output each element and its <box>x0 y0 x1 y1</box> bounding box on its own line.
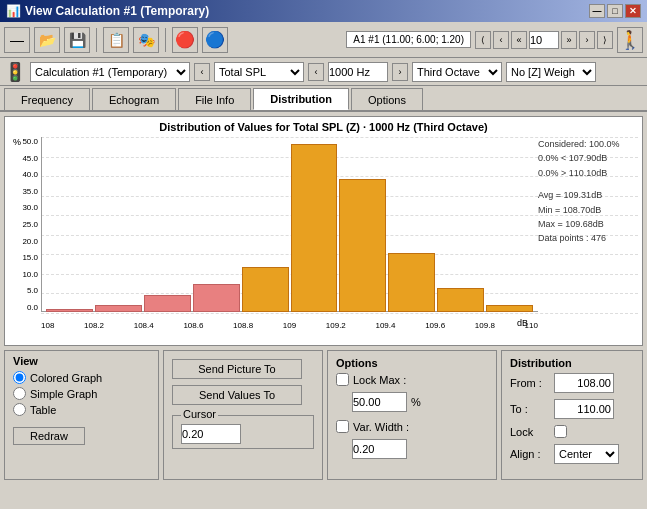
x-1088: 108.8 <box>233 321 253 330</box>
weight-select[interactable]: No [Z] Weigh A Weight C Weight <box>506 62 596 82</box>
toolbar2: 🚦 Calculation #1 (Temporary) ‹ Total SPL… <box>0 58 647 86</box>
send-picture-button[interactable]: Send Picture To <box>172 359 302 379</box>
chart-container: Distribution of Values for Total SPL (Z)… <box>4 116 643 346</box>
percent-label: % <box>13 137 21 147</box>
toolbar-save[interactable]: 💾 <box>64 27 90 53</box>
y-label-20: 20.0 <box>22 237 38 246</box>
radio-table-label: Table <box>30 404 56 416</box>
x-1082: 108.2 <box>84 321 104 330</box>
bar-7 <box>339 179 386 312</box>
var-width-label: Var. Width : <box>353 421 409 433</box>
view-label: View <box>13 355 150 367</box>
calculation-select[interactable]: Calculation #1 (Temporary) <box>30 62 190 82</box>
align-select[interactable]: Center Left Right <box>554 444 619 464</box>
lock-checkbox[interactable] <box>554 425 567 438</box>
nav-last[interactable]: ⟩ <box>597 31 613 49</box>
from-input[interactable] <box>554 373 614 393</box>
lock-max-checkbox[interactable] <box>336 373 349 386</box>
toolbar-color2[interactable]: 🔵 <box>202 27 228 53</box>
y-label-25: 25.0 <box>22 220 38 229</box>
y-label-50: 50.0 <box>22 137 38 146</box>
x-1084: 108.4 <box>134 321 154 330</box>
position-display: A1 #1 (11.00; 6.00; 1.20) <box>346 31 471 48</box>
toolbar-open[interactable]: 📂 <box>34 27 60 53</box>
toolbar-mask[interactable]: 🎭 <box>133 27 159 53</box>
bar-9 <box>437 288 484 313</box>
stat-points: Data points : 476 <box>538 231 638 245</box>
toolbar-color1[interactable]: 🔴 <box>172 27 198 53</box>
x-1092: 109.2 <box>326 321 346 330</box>
lock-max-row: Lock Max : <box>336 373 488 386</box>
stat-high: 0.0% > 110.10dB <box>538 166 638 180</box>
freq-prev[interactable]: ‹ <box>308 63 324 81</box>
send-values-button[interactable]: Send Values To <box>172 385 302 405</box>
cursor-group-label: Cursor <box>181 408 218 420</box>
stat-max: Max = 109.68dB <box>538 217 638 231</box>
nav-prev2[interactable]: « <box>511 31 527 49</box>
x-109: 109 <box>283 321 296 330</box>
toolbar-person[interactable]: 🚶 <box>617 27 643 53</box>
nav-prev[interactable]: ‹ <box>493 31 509 49</box>
tab-file-info[interactable]: File Info <box>178 88 251 110</box>
octave-select[interactable]: Third Octave Octave <box>412 62 502 82</box>
toolbar-undo[interactable]: — <box>4 27 30 53</box>
bars-area <box>41 137 538 312</box>
chart-plot: % <box>41 137 638 332</box>
tab-distribution[interactable]: Distribution <box>253 88 349 110</box>
stat-min: Min = 108.70dB <box>538 203 638 217</box>
y-label-35: 35.0 <box>22 187 38 196</box>
to-input[interactable] <box>554 399 614 419</box>
titlebar: 📊 View Calculation #1 (Temporary) — □ ✕ <box>0 0 647 22</box>
redraw-button[interactable]: Redraw <box>13 427 85 445</box>
bar-5 <box>242 267 289 313</box>
lock-max-input[interactable] <box>352 392 407 412</box>
radio-colored-input[interactable] <box>13 371 26 384</box>
close-button[interactable]: ✕ <box>625 4 641 18</box>
lock-row: Lock <box>510 425 634 438</box>
from-label: From : <box>510 377 550 389</box>
nav-next2[interactable]: » <box>561 31 577 49</box>
chart-area: 50.0 45.0 40.0 35.0 30.0 25.0 20.0 15.0 … <box>9 137 638 332</box>
toolbar-list[interactable]: 📋 <box>103 27 129 53</box>
stat-avg: Avg = 109.31dB <box>538 188 638 202</box>
var-width-checkbox[interactable] <box>336 420 349 433</box>
maximize-button[interactable]: □ <box>607 4 623 18</box>
freq-next[interactable]: › <box>392 63 408 81</box>
to-row: To : <box>510 399 634 419</box>
y-label-40: 40.0 <box>22 170 38 179</box>
radio-colored: Colored Graph <box>13 371 150 384</box>
spl-select[interactable]: Total SPL <box>214 62 304 82</box>
x-1096: 109.6 <box>425 321 445 330</box>
y-label-15: 15.0 <box>22 253 38 262</box>
stat-low: 0.0% < 107.90dB <box>538 151 638 165</box>
nav-first[interactable]: ⟨ <box>475 31 491 49</box>
radio-simple: Simple Graph <box>13 387 150 400</box>
cursor-input[interactable] <box>181 424 241 444</box>
nav-number[interactable] <box>529 31 559 49</box>
var-width-row: Var. Width : <box>336 420 488 433</box>
tab-echogram[interactable]: Echogram <box>92 88 176 110</box>
var-width-input[interactable] <box>352 439 407 459</box>
x-1098: 109.8 <box>475 321 495 330</box>
calc-prev[interactable]: ‹ <box>194 63 210 81</box>
titlebar-buttons: — □ ✕ <box>589 4 641 18</box>
x-1086: 108.6 <box>183 321 203 330</box>
radio-simple-input[interactable] <box>13 387 26 400</box>
tab-options[interactable]: Options <box>351 88 423 110</box>
radio-simple-label: Simple Graph <box>30 388 97 400</box>
y-label-10: 10.0 <box>22 270 38 279</box>
chart-stats: Considered: 100.0% 0.0% < 107.90dB 0.0% … <box>538 137 638 246</box>
to-label: To : <box>510 403 550 415</box>
align-row: Align : Center Left Right <box>510 444 634 464</box>
nav-next[interactable]: › <box>579 31 595 49</box>
radio-table-input[interactable] <box>13 403 26 416</box>
send-panel: Send Picture To Send Values To Cursor <box>163 350 323 480</box>
frequency-input[interactable] <box>328 62 388 82</box>
bottom-panel: View Colored Graph Simple Graph Table Re… <box>4 350 643 480</box>
tab-frequency[interactable]: Frequency <box>4 88 90 110</box>
minimize-button[interactable]: — <box>589 4 605 18</box>
app-icon: 📊 <box>6 4 21 18</box>
y-label-0: 0.0 <box>27 303 38 312</box>
bar-8 <box>388 253 435 313</box>
db-label: dB <box>517 318 528 328</box>
